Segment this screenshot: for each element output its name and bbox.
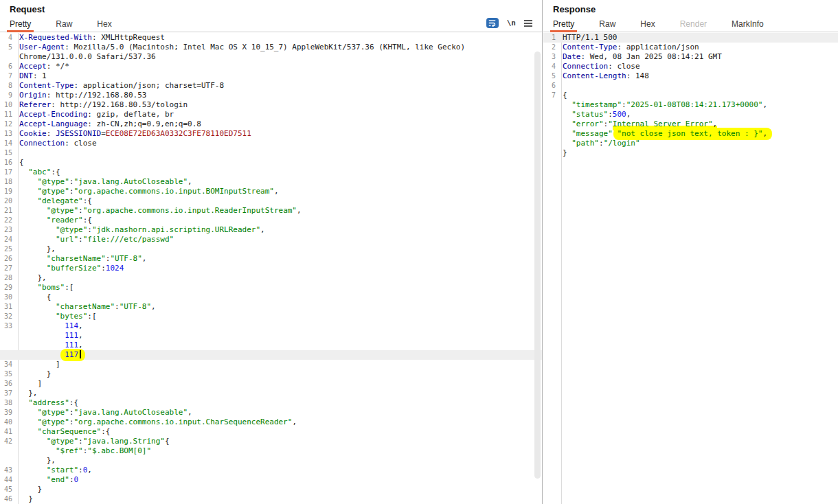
code-line: 39 "@type":"java.lang.AutoCloseable", (0, 408, 542, 417)
code-line: 25 }, (0, 244, 542, 254)
request-panel-title: Request (0, 0, 542, 16)
menu-icon[interactable] (524, 20, 532, 27)
line-number: 26 (0, 254, 15, 264)
line-number: 37 (0, 389, 15, 398)
code-line: 11Accept-Encoding: gzip, deflate, br (0, 110, 542, 119)
code-line: 10Referer: http://192.168.80.53/tologin (0, 100, 542, 110)
line-number: 3 (543, 52, 558, 62)
line-number: 5 (0, 43, 15, 52)
text-cursor (80, 350, 81, 358)
code-line: 117 (0, 350, 542, 360)
line-number: 6 (543, 81, 558, 91)
request-panel: Request Pretty Raw Hex \n 4X-Requested-W… (0, 0, 543, 504)
line-number: 22 (0, 216, 15, 225)
line-number (0, 52, 15, 62)
code-line: 4Connection: close (543, 62, 838, 71)
line-number: 27 (0, 264, 15, 273)
line-number: 35 (0, 369, 15, 379)
code-line: } (543, 148, 838, 158)
code-line: 17 "abc":{ (0, 168, 542, 177)
response-tab-render: Render (677, 16, 710, 32)
line-number: 34 (0, 360, 15, 369)
line-number: 25 (0, 244, 15, 254)
code-line: 20 "delegate":{ (0, 196, 542, 206)
response-panel-title: Response (543, 0, 838, 16)
request-tab-pretty[interactable]: Pretty (7, 16, 34, 32)
line-number (543, 129, 558, 139)
line-number: 24 (0, 235, 15, 244)
request-tab-raw[interactable]: Raw (53, 16, 75, 32)
code-line: 12Accept-Language: zh-CN,zh;q=0.9,en;q=0… (0, 119, 542, 129)
line-number: 29 (0, 283, 15, 293)
line-number: 14 (0, 139, 15, 148)
code-line: 30 { (0, 293, 542, 302)
line-number: 6 (0, 62, 15, 71)
line-number: 40 (0, 417, 15, 427)
code-line: 22 "reader":{ (0, 216, 542, 225)
line-number (0, 456, 15, 466)
response-panel: Response Pretty Raw Hex Render MarkInfo … (543, 0, 838, 504)
code-line: 43 "start":0, (0, 466, 542, 475)
line-number: 16 (0, 158, 15, 168)
line-number: 33 (0, 321, 15, 331)
response-tab-raw[interactable]: Raw (596, 16, 618, 32)
line-number (543, 119, 558, 129)
code-line: 40 "@type":"org.apache.commons.io.input.… (0, 417, 542, 427)
response-tab-hex[interactable]: Hex (637, 16, 657, 32)
code-line: 19 "@type":"org.apache.commons.io.input.… (0, 187, 542, 196)
word-wrap-toggle-icon[interactable] (486, 18, 499, 28)
line-number: 8 (0, 81, 15, 91)
code-line: }, (0, 456, 542, 466)
code-line: Chrome/131.0.0.0 Safari/537.36 (0, 52, 542, 62)
code-line: 35 } (0, 369, 542, 379)
code-line: "timestamp":"2025-01-08T08:14:21.173+000… (543, 100, 838, 110)
line-number: 4 (0, 33, 15, 43)
line-number: 9 (0, 91, 15, 100)
code-line: 37 }, (0, 389, 542, 398)
code-line: 13Cookie: JSESSIONID=ECE08E72ED63A0332C3… (0, 129, 542, 139)
line-number (0, 331, 15, 341)
code-line: "status":500, (543, 110, 838, 119)
line-number: 41 (0, 427, 15, 437)
code-line: 23 "@type":"jdk.nashorn.api.scripting.UR… (0, 225, 542, 235)
code-line: 5User-Agent: Mozilla/5.0 (Macintosh; Int… (0, 43, 542, 52)
line-number: 4 (543, 62, 558, 71)
code-line: 9Origin: http://192.168.80.53 (0, 91, 542, 100)
code-line: 21 "@type":"org.apache.commons.io.input.… (0, 206, 542, 216)
line-number (0, 350, 15, 360)
code-line: 27 "bufferSize":1024 (0, 264, 542, 273)
code-line: 26 "charsetName":"UTF-8", (0, 254, 542, 264)
code-line: 18 "@type":"java.lang.AutoCloseable", (0, 177, 542, 187)
code-line: 38 "address":{ (0, 398, 542, 408)
code-line: 36 ] (0, 379, 542, 389)
line-number (543, 139, 558, 148)
line-number: 21 (0, 206, 15, 216)
code-line: "$ref":"$.abc.BOM[0]" (0, 446, 542, 456)
line-number (0, 446, 15, 456)
code-line: "message":"not close json text, token : … (543, 129, 838, 139)
line-number: 1 (543, 33, 558, 43)
request-editor[interactable]: 4X-Requested-With: XMLHttpRequest5User-A… (0, 33, 542, 504)
line-number (543, 110, 558, 119)
response-tab-pretty[interactable]: Pretty (550, 16, 577, 32)
line-number: 10 (0, 100, 15, 110)
line-number: 43 (0, 466, 15, 475)
request-scrollbar-thumb[interactable] (534, 51, 541, 479)
code-line: 41 "charSequence":{ (0, 427, 542, 437)
code-line: 29 "boms":[ (0, 283, 542, 293)
line-number: 19 (0, 187, 15, 196)
response-tab-markinfo[interactable]: MarkInfo (729, 16, 767, 32)
code-line: "path":"/login" (543, 139, 838, 148)
request-editor-icons: \n (486, 18, 532, 28)
code-line: 44 "end":0 (0, 475, 542, 485)
newline-toggle-icon[interactable]: \n (507, 19, 516, 27)
code-line: 14Connection: close (0, 139, 542, 148)
request-scrollbar[interactable] (534, 33, 541, 504)
code-line: 7{ (543, 91, 838, 100)
code-line: 111, (0, 331, 542, 341)
line-number: 23 (0, 225, 15, 235)
request-tab-hex[interactable]: Hex (94, 16, 114, 32)
code-line: 33 114, (0, 321, 542, 331)
line-number: 20 (0, 196, 15, 206)
response-editor[interactable]: 1HTTP/1.1 5002Content-Type: application/… (543, 33, 838, 504)
